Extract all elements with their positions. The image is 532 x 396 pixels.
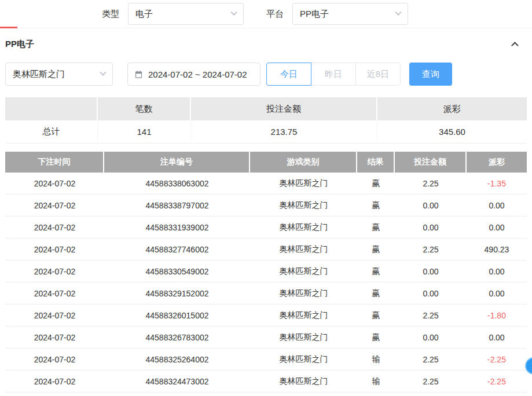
cell-payout: 0.00: [467, 261, 527, 283]
cell-bet-amount: 2.25: [395, 305, 467, 327]
cell-time: 2024-07-02: [5, 349, 104, 371]
summary-total-label: 总计: [5, 120, 98, 144]
summary-table: 笔数 投注金额 派彩 总计 141 213.75 345.60: [5, 97, 527, 144]
table-row: 2024-07-02 44588326015002 奥林匹斯之门 赢 2.25 …: [5, 305, 527, 327]
summary-header-bet-amount: 投注金额: [191, 97, 377, 120]
bet-table: 下注时间 注单编号 游戏类别 结果 投注金额 派彩 2024-07-02 445…: [5, 152, 527, 393]
cell-bet-amount: 2.25: [395, 239, 467, 261]
type-label: 类型: [102, 9, 119, 20]
cell-bet-amount: 0.00: [395, 261, 467, 283]
bet-table-header-row: 下注时间 注单编号 游戏类别 结果 投注金额 派彩: [5, 152, 527, 173]
summary-header-count: 笔数: [98, 97, 191, 120]
cell-bet-amount: 2.25: [395, 173, 467, 195]
cell-game-type: 奥林匹斯之门: [250, 173, 357, 195]
cell-result: 赢: [357, 283, 395, 305]
cell-result: 赢: [357, 305, 395, 327]
summary-total-payout: 345.60: [377, 120, 527, 144]
cell-game-type: 奥林匹斯之门: [250, 195, 357, 217]
cell-result: 赢: [357, 327, 395, 349]
column-header-time: 下注时间: [5, 152, 104, 173]
section-header: PP电子: [5, 39, 527, 50]
cell-payout: 0.00: [467, 217, 527, 239]
summary-header-payout: 派彩: [377, 97, 527, 120]
cell-game-type: 奥林匹斯之门: [250, 283, 357, 305]
cell-time: 2024-07-02: [5, 283, 104, 305]
column-header-order: 注单编号: [104, 152, 250, 173]
cell-time: 2024-07-02: [5, 371, 104, 393]
collapse-chevron-up-icon[interactable]: [511, 42, 519, 49]
cell-time: 2024-07-02: [5, 261, 104, 283]
date-range-input[interactable]: 2024-07-02 ~ 2024-07-02: [127, 63, 261, 86]
cell-order-number: 44588329152002: [104, 283, 250, 305]
query-row: 奥林匹斯之门 2024-07-02 ~ 2024-07-02 今日 昨日 近8日…: [5, 63, 527, 86]
cell-payout: 490.23: [467, 239, 527, 261]
cell-payout: -1.35: [467, 173, 527, 195]
cell-bet-amount: 0.00: [395, 217, 467, 239]
cell-result: 赢: [357, 239, 395, 261]
table-row: 2024-07-02 44588326783002 奥林匹斯之门 赢 0.00 …: [5, 327, 527, 349]
game-select[interactable]: 奥林匹斯之门: [5, 63, 113, 86]
cell-payout: -1.80: [467, 305, 527, 327]
search-button[interactable]: 查询: [409, 63, 452, 86]
cell-game-type: 奥林匹斯之门: [250, 305, 357, 327]
table-row: 2024-07-02 44588327746002 奥林匹斯之门 赢 2.25 …: [5, 239, 527, 261]
summary-header-row: 笔数 投注金额 派彩: [5, 97, 527, 120]
cell-order-number: 44588326783002: [104, 327, 250, 349]
cell-order-number: 44588338797002: [104, 195, 250, 217]
quick-range-group: 今日 昨日 近8日: [266, 63, 401, 86]
cell-payout: 0.00: [467, 283, 527, 305]
column-header-result: 结果: [357, 152, 395, 173]
platform-label: 平台: [266, 9, 284, 20]
table-row: 2024-07-02 44588330549002 奥林匹斯之门 赢 0.00 …: [5, 261, 527, 283]
top-filter-bar: 类型 电子 平台 PP电子: [0, 0, 532, 28]
cell-game-type: 奥林匹斯之门: [250, 239, 357, 261]
cell-payout: 0.00: [467, 195, 527, 217]
column-header-game: 游戏类别: [250, 152, 357, 173]
summary-total-count: 141: [98, 120, 191, 144]
cell-game-type: 奥林匹斯之门: [250, 327, 357, 349]
cell-time: 2024-07-02: [5, 327, 104, 349]
cell-bet-amount: 0.00: [395, 327, 467, 349]
cell-bet-amount: 0.00: [395, 195, 467, 217]
last-8-days-button[interactable]: 近8日: [355, 63, 401, 86]
platform-select[interactable]: PP电子: [292, 3, 408, 25]
cell-order-number: 44588331939002: [104, 217, 250, 239]
cell-bet-amount: 0.00: [395, 283, 467, 305]
cell-time: 2024-07-02: [5, 217, 104, 239]
cell-payout: 0.00: [467, 327, 527, 349]
summary-total-row: 总计 141 213.75 345.60: [5, 120, 527, 144]
cell-result: 输: [357, 349, 395, 371]
type-select[interactable]: 电子: [128, 3, 244, 25]
summary-header-empty: [5, 97, 98, 120]
chevron-down-icon: [395, 9, 401, 16]
platform-select-value: PP电子: [300, 9, 329, 20]
cell-bet-amount: 2.25: [395, 371, 467, 393]
cell-result: 赢: [357, 195, 395, 217]
cell-time: 2024-07-02: [5, 195, 104, 217]
section-title: PP电子: [5, 39, 34, 50]
bet-table-body: 2024-07-02 44588338063002 奥林匹斯之门 赢 2.25 …: [5, 173, 527, 393]
today-button[interactable]: 今日: [266, 63, 311, 86]
chevron-down-icon: [230, 9, 237, 16]
cell-order-number: 44588326015002: [104, 305, 250, 327]
game-select-value: 奥林匹斯之门: [13, 69, 65, 80]
cell-payout: -2.25: [467, 371, 527, 393]
platform-section: PP电子 奥林匹斯之门 2024-07-02 ~ 2024-07-02 今日 昨…: [0, 39, 532, 393]
cell-order-number: 44588327746002: [104, 239, 250, 261]
date-range-value: 2024-07-02 ~ 2024-07-02: [148, 69, 247, 79]
cell-result: 赢: [357, 173, 395, 195]
calendar-icon: [134, 70, 143, 79]
table-row: 2024-07-02 44588338063002 奥林匹斯之门 赢 2.25 …: [5, 173, 527, 195]
table-row: 2024-07-02 44588324473002 奥林匹斯之门 输 2.25 …: [5, 371, 527, 393]
cell-order-number: 44588338063002: [104, 173, 250, 195]
cell-order-number: 44588324473002: [104, 371, 250, 393]
cell-order-number: 44588325264002: [104, 349, 250, 371]
cell-result: 输: [357, 371, 395, 393]
cell-time: 2024-07-02: [5, 239, 104, 261]
table-row: 2024-07-02 44588331939002 奥林匹斯之门 赢 0.00 …: [5, 217, 527, 239]
chevron-down-icon: [100, 69, 106, 76]
yesterday-button[interactable]: 昨日: [311, 63, 356, 86]
cell-game-type: 奥林匹斯之门: [250, 349, 357, 371]
column-header-bet-amount: 投注金额: [395, 152, 467, 173]
cell-game-type: 奥林匹斯之门: [250, 217, 357, 239]
